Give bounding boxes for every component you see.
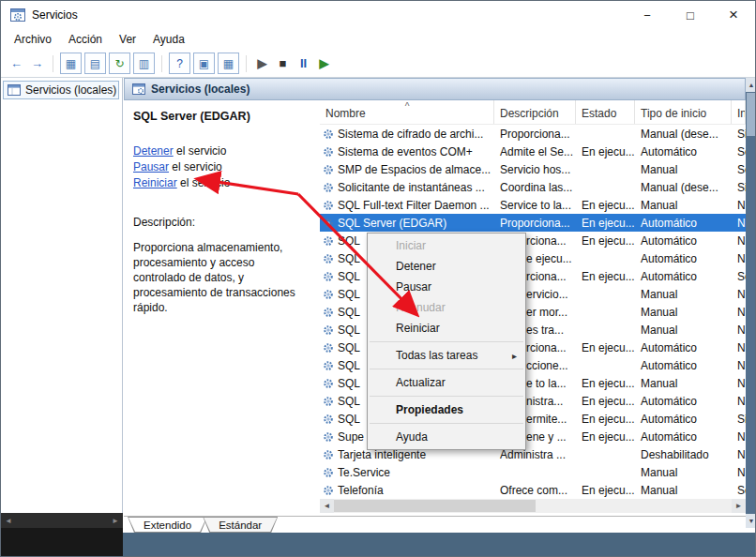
table-row[interactable]: TelefoníaOfrece com...En ejecu...ManualS… (320, 481, 746, 499)
cell-tipo-de-inicio: Automático (635, 339, 732, 356)
cell-name: SMP de Espacios de almace... (320, 160, 494, 178)
pause-service-icon[interactable]: II (295, 54, 312, 73)
cell-name: Solicitante de instantáneas ... (320, 178, 494, 196)
main-pane-title: Servicios (locales) (151, 83, 249, 96)
cell-name: Te.Service (320, 463, 494, 481)
context-menu-item-reiniciar[interactable]: Reiniciar (368, 318, 525, 339)
context-menu-item-detener[interactable]: Detener (368, 256, 525, 277)
service-action-link-pausar[interactable]: Pausar (133, 160, 169, 173)
cell-iniciar-sesion: N (732, 374, 746, 392)
scroll-left-icon[interactable]: ◄ (5, 517, 12, 525)
cell-estado (576, 249, 635, 267)
cell-iniciar-sesion: Si (732, 178, 746, 196)
context-menu-item-label: Propiedades (396, 403, 463, 416)
scroll-left-icon[interactable]: ◄ (320, 499, 334, 513)
cell-estado: En ejecu... (576, 428, 635, 445)
start-service-icon[interactable]: ▶ (253, 54, 271, 73)
context-menu-item-ayuda[interactable]: Ayuda (368, 427, 525, 447)
cell-estado: En ejecu... (576, 267, 635, 285)
standard-view-icon[interactable]: ▦ (218, 53, 239, 74)
services-app-icon (10, 8, 25, 23)
context-menu-item-label: Reanudar (396, 301, 446, 314)
export-list-icon[interactable]: ▤ (84, 53, 106, 74)
tab-estandar[interactable]: Estándar (203, 517, 278, 533)
stop-service-icon[interactable]: ■ (274, 54, 292, 73)
restart-service-icon[interactable]: ▶ (315, 54, 333, 73)
toolbar-separator (53, 55, 53, 72)
tree-horizontal-scrollbar[interactable]: ◄ ► (1, 513, 123, 528)
table-row[interactable]: SMP de Espacios de almace...Servicio hos… (320, 160, 746, 178)
refresh-icon[interactable]: ↻ (109, 53, 130, 74)
service-name-text: SQL (338, 288, 360, 301)
close-button[interactable]: × (712, 1, 755, 29)
menu-item-accion[interactable]: Acción (60, 31, 111, 48)
tab-extendido[interactable]: Extendido (128, 517, 207, 533)
description-label: Descripción: (133, 216, 316, 229)
cell-iniciar-sesion: Se (732, 160, 746, 178)
menu-item-ayuda[interactable]: Ayuda (144, 31, 193, 48)
column-header-tipo-de-inicio[interactable]: Tipo de inicio (635, 100, 732, 124)
column-header-in[interactable]: In (732, 100, 746, 124)
table-row[interactable]: SQL Server (EDGAR)Proporciona...En ejecu… (320, 214, 746, 232)
forward-icon[interactable]: → (28, 54, 46, 73)
service-gear-icon (323, 485, 334, 496)
scroll-up-icon[interactable]: ▲ (746, 78, 756, 92)
service-name-text: SQL (338, 377, 360, 390)
cell-tipo-de-inicio: Automático (635, 267, 732, 285)
scroll-right-icon[interactable]: ► (732, 499, 746, 513)
vertical-scroll-thumb[interactable] (747, 93, 756, 136)
table-row[interactable]: Sistema de eventos COM+Admite el Se...En… (320, 143, 746, 160)
context-menu-item-propiedades[interactable]: Propiedades (368, 399, 525, 420)
context-menu-item-pausar[interactable]: Pausar (368, 277, 525, 297)
menubar: ArchivoAcciónVerAyuda (1, 29, 755, 50)
service-action-link-reiniciar[interactable]: Reiniciar (133, 176, 177, 189)
tab-label: Extendido (144, 519, 191, 531)
vertical-scrollbar[interactable]: ▲ ▼ (746, 78, 756, 528)
cell-estado (576, 178, 635, 196)
cell-iniciar-sesion: N (732, 285, 746, 303)
console-tree-icon[interactable]: ▦ (60, 53, 82, 74)
service-action-link-detener[interactable]: Detener (133, 144, 174, 158)
properties-window-icon[interactable]: ▥ (133, 53, 155, 74)
tab-label: Estándar (219, 519, 262, 531)
column-header-estado[interactable]: Estado (576, 100, 635, 124)
service-name-text: Te.Service (338, 466, 390, 479)
cell-tipo-de-inicio: Automático (635, 143, 732, 160)
cell-tipo-de-inicio: Manual (dese... (635, 125, 732, 143)
context-menu-item-todas-las-tareas[interactable]: Todas las tareas▸ (368, 345, 525, 366)
horizontal-scroll-thumb[interactable] (334, 500, 536, 512)
context-menu-item-reanudar: Reanudar (368, 297, 525, 318)
context-menu-item-label: Actualizar (396, 376, 446, 389)
column-header-descripcion[interactable]: Descripción (494, 100, 576, 124)
back-icon[interactable]: ← (8, 54, 25, 73)
cell-tipo-de-inicio: Deshabilitado (635, 445, 732, 463)
cell-tipo-de-inicio: Manual (635, 160, 732, 178)
table-row[interactable]: Solicitante de instantáneas ...Coordina … (320, 178, 746, 196)
menu-item-archivo[interactable]: Archivo (6, 31, 60, 48)
cell-tipo-de-inicio: Manual (635, 374, 732, 392)
show-console-tree-icon[interactable]: ▣ (193, 53, 215, 74)
tabs-row: ExtendidoEstándar (124, 516, 746, 533)
tree-item-servicios-locales[interactable]: Servicios (locales) (3, 81, 119, 99)
minimize-button[interactable]: − (626, 1, 669, 29)
scroll-down-icon[interactable]: ▼ (746, 514, 756, 528)
table-row[interactable]: Te.ServiceManualN (320, 463, 746, 481)
list-header: NombreDescripciónEstadoTipo de inicioIn (320, 100, 746, 125)
table-row[interactable]: Sistema de cifrado de archi...Proporcion… (320, 125, 746, 143)
service-name-text: SQL (338, 252, 360, 265)
cell-estado: En ejecu... (576, 481, 635, 499)
context-menu-item-actualizar[interactable]: Actualizar (368, 372, 525, 393)
service-gear-icon (323, 164, 334, 175)
menu-item-ver[interactable]: Ver (111, 31, 144, 48)
cell-estado (576, 125, 635, 143)
help-icon[interactable]: ? (169, 53, 190, 74)
cell-descripcion: Service to la... (494, 196, 576, 214)
service-description: Proporciona almacenamiento, procesamient… (133, 240, 310, 315)
cell-estado (576, 303, 635, 321)
context-menu-item-label: Iniciar (396, 239, 426, 252)
table-row[interactable]: SQL Full-text Filter Daemon ...Service t… (320, 196, 746, 214)
list-horizontal-scrollbar[interactable]: ◄ ► (320, 499, 746, 513)
cell-tipo-de-inicio: Manual (635, 285, 732, 303)
maximize-button[interactable]: □ (669, 1, 712, 29)
scroll-right-icon[interactable]: ► (112, 517, 119, 525)
